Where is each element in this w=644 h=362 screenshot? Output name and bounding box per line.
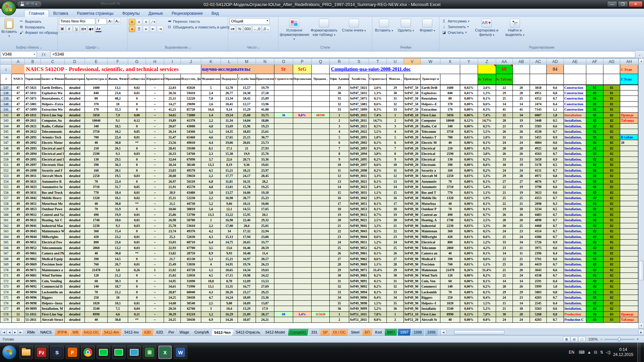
cell[interactable]: 390 (85, 162, 108, 168)
cell[interactable] (274, 223, 293, 229)
cell[interactable]: 1020 (85, 300, 108, 306)
cell[interactable]: 1740 (440, 218, 460, 223)
cell[interactable]: 4 (329, 129, 349, 135)
cell[interactable]: 0,03% (460, 245, 478, 251)
cell[interactable]: 20,1 (108, 168, 128, 173)
cell[interactable]: 23,83 (164, 168, 181, 173)
cell[interactable] (274, 262, 293, 267)
cell[interactable]: 25 (496, 234, 513, 240)
cell[interactable]: 0,00% (460, 251, 478, 256)
cell[interactable]: 34,61 (164, 284, 181, 290)
cell[interactable]: 13,53 (256, 278, 274, 284)
cell[interactable]: 140 (440, 284, 460, 290)
cell[interactable]: 49 (12, 245, 24, 251)
cell[interactable]: 0 (128, 229, 146, 234)
cell[interactable] (293, 168, 312, 173)
close-button[interactable]: ✕ (629, 1, 643, 7)
cell[interactable] (293, 234, 312, 240)
cell[interactable]: SrP49_30 (404, 201, 421, 206)
align-middle-button[interactable]: ≡ (136, 19, 142, 25)
cell[interactable]: 0,03 (128, 245, 146, 251)
cell[interactable]: 18,42 (237, 96, 256, 102)
hidden-icons-chevron-icon[interactable]: ▲ (587, 350, 591, 355)
cell[interactable]: 23,6 (108, 240, 128, 245)
cell[interactable]: 30,8 (108, 317, 128, 323)
cell[interactable]: 29 (387, 85, 404, 90)
maximize-button[interactable]: ❐ (618, 1, 628, 7)
cell[interactable]: 4563 (530, 151, 547, 157)
cell[interactable]: ~ (146, 284, 164, 290)
cell[interactable] (293, 206, 312, 212)
cell[interactable]: 83 (586, 311, 603, 317)
cell[interactable]: 0,5% (369, 229, 387, 234)
cell[interactable] (274, 245, 293, 251)
cell[interactable]: 18,21 (237, 168, 256, 173)
cell[interactable]: 40 (85, 317, 108, 323)
cell[interactable] (274, 107, 293, 113)
cell[interactable]: 49 (12, 234, 24, 240)
cell[interactable]: 170 (85, 107, 108, 113)
cell[interactable]: 54760 (181, 151, 201, 157)
cell[interactable]: 60040 (181, 289, 201, 295)
cell[interactable]: 40 (85, 201, 108, 206)
cell[interactable] (312, 300, 330, 306)
cell[interactable]: 14,68 (164, 300, 181, 306)
cell[interactable]: 0 (128, 256, 146, 262)
cell[interactable]: detailed (64, 251, 85, 256)
cell[interactable]: 2230 (440, 223, 460, 229)
cell[interactable]: 24,17 (237, 173, 256, 179)
cell[interactable]: 82 (586, 284, 603, 290)
cell[interactable]: 0,03 (128, 223, 146, 229)
cell[interactable]: 25,11 (164, 195, 181, 201)
cell[interactable]: Installation (564, 112, 586, 118)
cell[interactable]: 1,0% (369, 134, 387, 140)
row-header-558[interactable]: 558 (0, 201, 12, 206)
cell[interactable]: 29690 (181, 101, 201, 107)
cell[interactable]: 7,4% (369, 112, 387, 118)
cell[interactable] (620, 162, 638, 168)
cell[interactable]: 14 (496, 251, 513, 256)
cell[interactable]: 43720 (181, 267, 201, 273)
cell[interactable]: 3540 (440, 306, 460, 312)
cell[interactable] (312, 179, 330, 184)
align-left-button[interactable]: ⫷ (129, 26, 135, 32)
cell[interactable]: SrP47_50 (404, 90, 421, 96)
cell[interactable]: 33 (496, 157, 513, 162)
cell[interactable]: 0,8 (547, 289, 564, 295)
row-header-568[interactable]: 568 (0, 256, 12, 262)
cell[interactable]: Automotiv (421, 179, 440, 184)
cell[interactable] (620, 173, 638, 179)
cell[interactable]: 0 (128, 206, 146, 212)
cell[interactable]: 1680 (85, 85, 108, 90)
vertical-scrollbar[interactable]: ▲ ▼ (638, 58, 644, 328)
cell[interactable]: 20 (513, 267, 530, 273)
cell[interactable]: 20 (329, 218, 349, 223)
cell[interactable]: 21,91 (164, 184, 181, 190)
cell[interactable]: 22,4 (108, 134, 128, 140)
cell[interactable]: ~ (146, 123, 164, 129)
cell[interactable]: 14,5 (108, 256, 128, 262)
cell[interactable]: 49 (12, 112, 24, 118)
cell[interactable]: Automotiv (421, 184, 440, 190)
cell[interactable]: 40 (440, 317, 460, 323)
row-header-577[interactable]: 577 (0, 306, 12, 312)
cell[interactable]: Compilation-usa-suiot-2008-2011.doc (329, 65, 460, 74)
sheet-tab-Per[interactable]: Per (166, 329, 177, 336)
cell[interactable] (293, 317, 312, 323)
column-header-AG[interactable]: AG (603, 59, 620, 65)
cell[interactable]: 26,14 (164, 129, 181, 135)
cell[interactable]: 4419 (530, 262, 547, 267)
cell[interactable]: 700 (440, 134, 460, 140)
cell[interactable]: 31 (329, 96, 349, 102)
cell[interactable]: ~ (146, 190, 164, 195)
cell[interactable]: 49-9081 (24, 273, 41, 279)
cell[interactable]: 13,6 (221, 245, 238, 251)
cell[interactable]: 0,02% (460, 195, 478, 201)
cell[interactable]: 82 (586, 162, 603, 168)
cell[interactable]: 6,4 (201, 240, 221, 245)
cell[interactable]: 4338 (530, 273, 547, 279)
row-header-576[interactable]: 576 (0, 300, 12, 306)
cell[interactable]: Строительство (369, 74, 387, 85)
cell[interactable]: Electrical and I (41, 151, 65, 157)
cell[interactable]: 82 (603, 168, 620, 173)
